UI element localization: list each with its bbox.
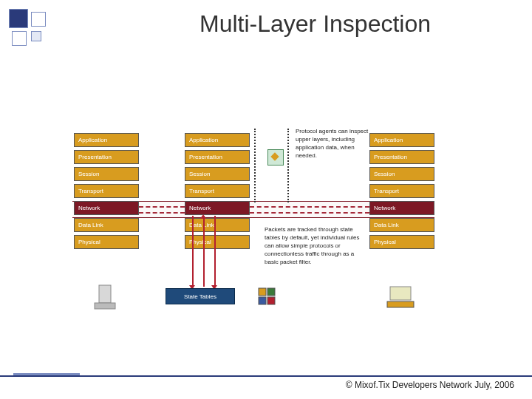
osi-stack-right: Application Presentation Session Transpo… [369,133,434,252]
layer-presentation: Presentation [74,150,139,164]
layer-transport: Transport [74,184,139,198]
svg-rect-1 [95,303,115,309]
layer-session: Session [74,167,139,181]
svg-rect-2 [259,288,266,296]
dashed-connector [250,212,369,214]
layer-session: Session [185,167,250,181]
osi-diagram: Application Presentation Session Transpo… [74,133,488,340]
inspection-dotted-line [287,129,289,202]
firewall-icon [257,284,287,310]
svg-rect-4 [259,297,266,304]
arrowhead-up-icon [200,214,206,219]
state-arrow [214,216,216,287]
state-arrow [203,216,205,287]
server-icon [90,284,120,310]
osi-stack-left: Application Presentation Session Transpo… [74,133,139,252]
layer-datalink: Data Link [185,218,250,232]
layer-physical: Physical [369,235,434,249]
layer-transport: Transport [185,184,250,198]
layer-network: Network [369,201,434,215]
note-state-tables: Packets are tracked through state tables… [265,225,361,266]
svg-rect-6 [390,287,411,300]
layer-network: Network [74,201,139,215]
layer-application: Application [369,133,434,147]
layer-network: Network [185,201,250,215]
svg-rect-3 [267,288,275,296]
note-protocol-agents: Protocol agents can inspect upper layers… [296,127,377,160]
page-title: Multi-Layer Inspection [200,10,431,38]
layer-transport: Transport [369,184,434,198]
corner-decoration [9,9,75,75]
layer-session: Session [369,167,434,181]
computer-icon [386,284,415,310]
layer-datalink: Data Link [369,218,434,232]
svg-rect-7 [387,301,414,307]
dashed-connector [250,206,369,208]
layer-application: Application [74,133,139,147]
dashed-connector [139,212,185,214]
layer-application: Application [185,133,250,147]
layer-presentation: Presentation [369,150,434,164]
svg-rect-0 [99,285,111,303]
svg-rect-5 [267,297,275,304]
state-tables-box: State Tables [166,288,235,304]
layer-presentation: Presentation [185,150,250,164]
osi-stack-middle: Application Presentation Session Transpo… [185,133,250,252]
state-arrow [192,216,194,287]
footer-copyright: © Mixof.Tix Developers Network July, 200… [0,375,532,390]
layer-physical: Physical [74,235,139,249]
layer-physical: Physical [185,235,250,249]
layer-datalink: Data Link [74,218,139,232]
inspection-dotted-line [254,129,256,202]
dashed-connector [139,206,185,208]
protocol-agent-icon [267,149,284,166]
